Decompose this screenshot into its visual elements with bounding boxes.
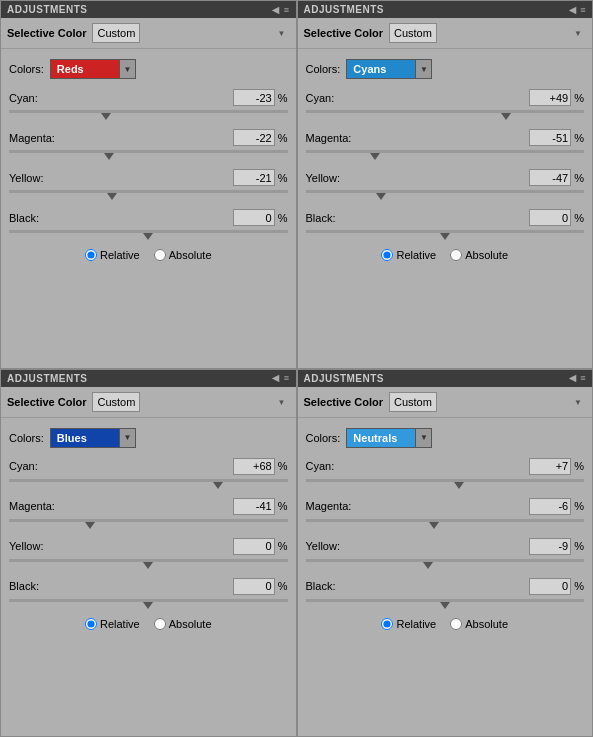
menu-icon[interactable]: ≡	[580, 5, 586, 15]
slider-track[interactable]	[306, 227, 585, 241]
preset-select[interactable]: Custom	[389, 23, 437, 43]
slider-track[interactable]	[306, 556, 585, 570]
relative-radio[interactable]	[85, 618, 97, 630]
slider-label: Magenta:	[9, 132, 64, 144]
slider-track[interactable]	[306, 476, 585, 490]
color-select-button[interactable]: Blues▼	[50, 428, 136, 448]
slider-row-1: Magenta:-41%	[9, 498, 288, 530]
color-dropdown-arrow-icon[interactable]: ▼	[120, 428, 136, 448]
slider-value[interactable]: 0	[529, 209, 571, 226]
relative-option[interactable]: Relative	[381, 618, 436, 630]
slider-row-0: Cyan:+49%	[306, 89, 585, 121]
absolute-radio[interactable]	[450, 618, 462, 630]
absolute-radio[interactable]	[154, 618, 166, 630]
panel-header-title: ADJUSTMENTS	[7, 4, 88, 15]
preset-select[interactable]: Custom	[92, 392, 140, 412]
slider-thumb-icon	[501, 113, 511, 120]
slider-row-3: Black:0%	[9, 209, 288, 241]
radio-row: RelativeAbsolute	[9, 618, 288, 630]
colors-row: Colors:Reds▼	[9, 59, 288, 79]
slider-track[interactable]	[306, 147, 585, 161]
slider-value[interactable]: -22	[233, 129, 275, 146]
slider-track[interactable]	[9, 516, 288, 530]
slider-track[interactable]	[9, 556, 288, 570]
relative-option[interactable]: Relative	[381, 249, 436, 261]
slider-row-3: Black:0%	[306, 578, 585, 610]
color-select-button[interactable]: Cyans▼	[346, 59, 432, 79]
slider-value[interactable]: 0	[233, 578, 275, 595]
panel-header: ADJUSTMENTS◀≡	[298, 370, 593, 387]
slider-value[interactable]: +68	[233, 458, 275, 475]
slider-label: Yellow:	[306, 172, 361, 184]
preset-select[interactable]: Custom	[92, 23, 140, 43]
collapse-icon[interactable]: ◀	[272, 373, 280, 383]
preset-select[interactable]: Custom	[389, 392, 437, 412]
slider-track[interactable]	[306, 187, 585, 201]
slider-value[interactable]: +7	[529, 458, 571, 475]
slider-value[interactable]: -23	[233, 89, 275, 106]
slider-label: Yellow:	[306, 540, 361, 552]
slider-label: Yellow:	[9, 172, 64, 184]
panel-title-row: Selective ColorCustom	[1, 18, 296, 49]
colors-label: Colors:	[9, 432, 44, 444]
relative-radio[interactable]	[381, 249, 393, 261]
absolute-option[interactable]: Absolute	[450, 249, 508, 261]
percent-label: %	[574, 212, 584, 224]
panel-content: Colors:Blues▼Cyan:+68%Magenta:-41%Yellow…	[1, 418, 296, 737]
slider-track[interactable]	[9, 596, 288, 610]
color-dropdown-arrow-icon[interactable]: ▼	[416, 59, 432, 79]
panel-title-row: Selective ColorCustom	[298, 387, 593, 418]
panel-header: ADJUSTMENTS◀≡	[1, 1, 296, 18]
slider-track[interactable]	[9, 107, 288, 121]
slider-value[interactable]: -51	[529, 129, 571, 146]
preset-select-wrapper: Custom	[92, 392, 289, 412]
relative-option[interactable]: Relative	[85, 249, 140, 261]
slider-track[interactable]	[306, 107, 585, 121]
slider-value[interactable]: 0	[233, 209, 275, 226]
color-dropdown-arrow-icon[interactable]: ▼	[120, 59, 136, 79]
panels-grid: ADJUSTMENTS◀≡Selective ColorCustomColors…	[0, 0, 593, 737]
relative-option[interactable]: Relative	[85, 618, 140, 630]
absolute-option[interactable]: Absolute	[450, 618, 508, 630]
panel-title-row: Selective ColorCustom	[1, 387, 296, 418]
slider-track[interactable]	[306, 596, 585, 610]
absolute-radio[interactable]	[154, 249, 166, 261]
percent-label: %	[278, 460, 288, 472]
slider-track[interactable]	[9, 187, 288, 201]
collapse-icon[interactable]: ◀	[569, 373, 577, 383]
menu-icon[interactable]: ≡	[284, 5, 290, 15]
slider-value[interactable]: -47	[529, 169, 571, 186]
panel-header: ADJUSTMENTS◀≡	[1, 370, 296, 387]
menu-icon[interactable]: ≡	[284, 373, 290, 383]
slider-track[interactable]	[9, 227, 288, 241]
collapse-icon[interactable]: ◀	[272, 5, 280, 15]
slider-label: Cyan:	[306, 460, 361, 472]
slider-value[interactable]: -6	[529, 498, 571, 515]
color-select-button[interactable]: Reds▼	[50, 59, 136, 79]
slider-value[interactable]: +49	[529, 89, 571, 106]
slider-value[interactable]: -41	[233, 498, 275, 515]
percent-label: %	[278, 500, 288, 512]
relative-radio[interactable]	[85, 249, 97, 261]
slider-track[interactable]	[306, 516, 585, 530]
slider-track[interactable]	[9, 476, 288, 490]
color-dropdown-arrow-icon[interactable]: ▼	[416, 428, 432, 448]
slider-thumb-icon	[423, 562, 433, 569]
slider-track[interactable]	[9, 147, 288, 161]
slider-row-1: Magenta:-51%	[306, 129, 585, 161]
absolute-option[interactable]: Absolute	[154, 249, 212, 261]
slider-value[interactable]: 0	[233, 538, 275, 555]
relative-label: Relative	[100, 249, 140, 261]
absolute-option[interactable]: Absolute	[154, 618, 212, 630]
slider-value[interactable]: -9	[529, 538, 571, 555]
absolute-radio[interactable]	[450, 249, 462, 261]
slider-label: Yellow:	[9, 540, 64, 552]
slider-value[interactable]: 0	[529, 578, 571, 595]
preset-select-wrapper: Custom	[389, 23, 586, 43]
slider-value[interactable]: -21	[233, 169, 275, 186]
collapse-icon[interactable]: ◀	[569, 5, 577, 15]
relative-radio[interactable]	[381, 618, 393, 630]
menu-icon[interactable]: ≡	[580, 373, 586, 383]
slider-row-2: Yellow:-9%	[306, 538, 585, 570]
color-select-button[interactable]: Neutrals▼	[346, 428, 432, 448]
